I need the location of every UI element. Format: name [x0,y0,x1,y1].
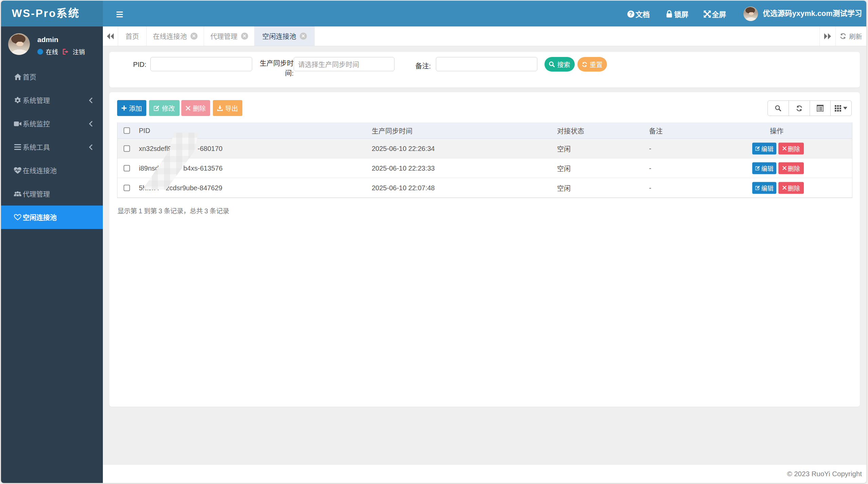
svg-text:?: ? [629,11,633,17]
